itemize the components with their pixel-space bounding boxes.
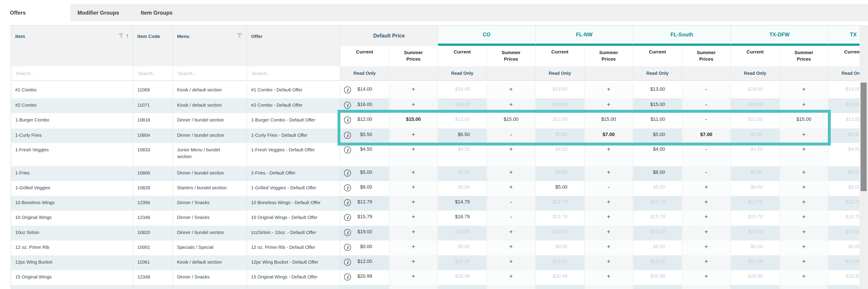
cell-fl_south-summer[interactable]: + [682,240,731,255]
add-summer-price-button[interactable]: + [705,199,708,205]
cell-fl_nw-summer[interactable]: $7.00 [585,128,633,143]
add-summer-price-button[interactable]: + [802,146,806,152]
add-summer-price-button[interactable]: + [411,259,415,264]
table-row[interactable]: #2 Combo11071Kiosk / default section#2 C… [11,98,868,113]
add-summer-price-button[interactable]: + [705,259,708,264]
table-row[interactable]: 10oz Sirloin10820Dinner / bundel section… [11,226,868,240]
add-summer-price-button[interactable]: + [607,102,610,107]
column-header-item-code[interactable]: Item Code [133,26,173,66]
table-row[interactable]: #1 Combo11069Kiosk / default section#1 C… [11,83,868,98]
cell-co-summer[interactable]: + [487,255,536,270]
info-icon[interactable]: i [344,259,351,266]
cell-tx_dfw-summer[interactable]: + [780,181,829,196]
cell-default-summer[interactable]: + [389,128,438,143]
add-summer-price-button[interactable]: + [705,244,708,249]
add-summer-price-button[interactable]: + [607,86,610,92]
add-summer-price-button[interactable]: + [411,184,415,190]
cell-fl_nw-summer[interactable]: + [585,211,633,226]
cell-fl_nw-summer[interactable]: + [585,98,633,113]
add-summer-price-button[interactable]: + [411,244,415,249]
info-icon[interactable]: i [344,184,351,191]
add-summer-price-button[interactable]: + [509,229,513,234]
add-summer-price-button[interactable]: + [411,229,415,234]
add-summer-price-button[interactable]: + [607,259,610,264]
search-input-item[interactable] [15,70,116,76]
add-summer-price-button[interactable]: + [705,229,708,234]
add-summer-price-button[interactable]: + [509,146,513,152]
add-summer-price-button[interactable]: + [411,273,415,279]
search-input-offer[interactable] [251,70,328,76]
cell-fl_south-summer[interactable]: + [682,270,731,285]
add-summer-price-button[interactable]: + [802,102,806,107]
table-row[interactable]: 12 oz. Prime Rib10001Specials / Special1… [11,240,868,255]
cell-fl_nw-summer[interactable]: - [585,181,633,196]
cell-co-summer[interactable] [487,285,536,289]
column-header-menu[interactable]: Menu [173,26,247,66]
add-summer-price-button[interactable]: + [509,273,513,279]
cell-co-summer[interactable]: + [487,83,536,98]
cell-default-summer[interactable]: + [389,255,438,270]
remove-summer-price-button[interactable]: - [608,184,610,190]
add-summer-price-button[interactable]: + [411,86,415,92]
info-icon[interactable]: i [344,273,351,281]
remove-summer-price-button[interactable]: - [510,132,512,137]
info-icon[interactable]: i [344,102,351,109]
add-summer-price-button[interactable]: + [607,170,610,175]
cell-fl_nw-summer[interactable]: + [585,270,633,285]
table-row[interactable]: 1-Burger Combo10818Dinner / bundel secti… [11,113,868,128]
remove-summer-price-button[interactable]: - [705,146,707,152]
cell-tx_dfw-summer[interactable]: + [780,196,829,211]
info-icon[interactable]: i [344,86,351,93]
cell-default-summer[interactable]: + [389,83,438,98]
add-summer-price-button[interactable]: + [411,170,415,175]
add-summer-price-button[interactable]: + [411,132,415,137]
cell-co-summer[interactable]: + [487,166,536,181]
cell-tx_dfw-summer[interactable]: + [780,143,829,166]
cell-tx_dfw-summer[interactable]: + [780,211,829,226]
add-summer-price-button[interactable]: + [607,199,610,205]
add-summer-price-button[interactable]: + [509,86,513,92]
add-summer-price-button[interactable]: + [802,229,806,234]
info-icon[interactable]: i [344,132,351,139]
add-summer-price-button[interactable]: + [607,214,610,220]
cell-tx_dfw-summer[interactable] [780,285,829,289]
add-summer-price-button[interactable]: + [411,214,415,220]
add-summer-price-button[interactable]: + [802,184,806,190]
cell-fl_nw-summer[interactable]: + [585,83,633,98]
cell-tx_dfw-summer[interactable]: + [780,255,829,270]
cell-co-summer[interactable]: + [487,98,536,113]
info-icon[interactable]: i [344,170,351,176]
cell-default-summer[interactable]: + [389,211,438,226]
cell-fl_south-summer[interactable]: + [682,181,731,196]
info-icon[interactable]: i [344,214,351,221]
filter-icon[interactable] [237,33,243,39]
info-icon[interactable]: i [344,199,351,206]
info-icon[interactable]: i [344,146,351,153]
remove-summer-price-button[interactable]: - [510,199,512,205]
cell-co-summer[interactable]: - [487,196,536,211]
vertical-scrollbar[interactable] [860,25,868,289]
cell-default-summer[interactable]: + [389,240,438,255]
add-summer-price-button[interactable]: + [802,199,806,205]
remove-summer-price-button[interactable]: - [705,170,707,175]
cell-fl_nw-summer[interactable]: + [585,143,633,166]
cell-co-summer[interactable]: + [487,270,536,285]
column-header-offer[interactable]: Offer [247,26,340,66]
add-summer-price-button[interactable]: + [607,244,610,249]
cell-fl_south-summer[interactable]: $7.00 [682,128,731,143]
add-summer-price-button[interactable]: + [411,146,415,152]
add-summer-price-button[interactable]: + [607,229,610,234]
add-summer-price-button[interactable]: + [509,170,513,175]
cell-co-summer[interactable]: - [487,211,536,226]
add-summer-price-button[interactable]: + [802,214,806,220]
cell-fl_south-summer[interactable]: + [682,255,731,270]
cell-fl_south-summer[interactable]: - [682,113,731,128]
cell-co-summer[interactable]: + [487,181,536,196]
info-icon[interactable]: i [344,244,351,251]
scrollbar-thumb[interactable] [861,83,867,191]
cell-default-summer[interactable]: + [389,181,438,196]
tab-modifier-groups[interactable]: Modifier Groups [70,4,126,21]
cell-fl_south-summer[interactable]: - [682,98,731,113]
cell-fl_nw-summer[interactable] [585,285,633,289]
table-row[interactable]: 12pc Wing Bucket11061Kiosk / default sec… [11,255,868,270]
